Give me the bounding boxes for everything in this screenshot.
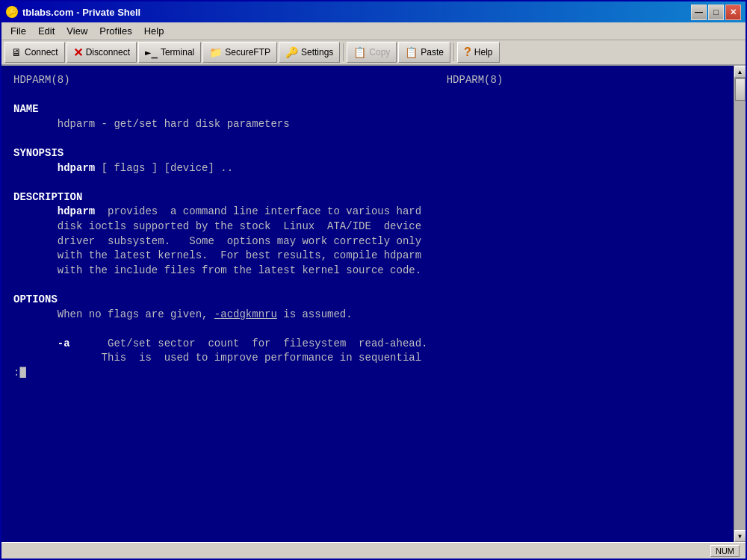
settings-icon: 🔑 xyxy=(285,46,298,58)
menu-file[interactable]: File xyxy=(4,24,32,38)
disconnect-button[interactable]: ✕ Disconnect xyxy=(66,42,137,63)
terminal-prompt-line: :█ xyxy=(13,366,722,381)
connect-button[interactable]: 🖥 Connect xyxy=(4,42,65,63)
connect-label: Connect xyxy=(25,47,58,57)
title-bar: 🔑 tblabs.com - Private Shell — □ ✕ xyxy=(1,1,746,22)
content-area: HDPARM(8) HDPARM(8) NAME hdparm - get/se… xyxy=(1,66,746,542)
terminal-line xyxy=(13,175,722,190)
terminal[interactable]: HDPARM(8) HDPARM(8) NAME hdparm - get/se… xyxy=(1,66,734,542)
terminal-line xyxy=(13,131,722,146)
disconnect-icon: ✕ xyxy=(73,46,83,60)
terminal-line: driver subsystem. Some options may work … xyxy=(13,234,722,249)
title-bar-left: 🔑 tblabs.com - Private Shell xyxy=(6,6,140,18)
terminal-section-name: NAME xyxy=(13,102,722,117)
connect-icon: 🖥 xyxy=(11,46,22,58)
toolbar-separator-1 xyxy=(343,43,344,61)
secureftp-icon: 📁 xyxy=(209,46,222,58)
terminal-section-description: DESCRIPTION xyxy=(13,190,722,205)
terminal-line: hdparm [ flags ] [device] .. xyxy=(13,161,722,176)
toolbar: 🖥 Connect ✕ Disconnect ►_ Terminal 📁 Sec… xyxy=(1,40,746,66)
terminal-line xyxy=(13,278,722,293)
copy-icon: 📋 xyxy=(353,46,366,58)
secureftp-label: SecureFTP xyxy=(225,47,270,57)
toolbar-separator-2 xyxy=(453,43,454,61)
disconnect-label: Disconnect xyxy=(86,47,130,57)
paste-button[interactable]: 📋 Paste xyxy=(398,42,450,63)
menu-profiles[interactable]: Profiles xyxy=(93,24,137,38)
menu-help[interactable]: Help xyxy=(138,24,170,38)
scroll-track[interactable] xyxy=(734,78,746,530)
scroll-thumb[interactable] xyxy=(735,78,746,101)
menu-edit[interactable]: Edit xyxy=(32,24,61,38)
settings-label: Settings xyxy=(301,47,333,57)
paste-label: Paste xyxy=(421,47,444,57)
terminal-label: Terminal xyxy=(161,47,194,57)
help-label: Help xyxy=(474,47,493,57)
app-icon: 🔑 xyxy=(6,6,18,18)
help-button[interactable]: ? Help xyxy=(457,42,499,63)
main-window: 🔑 tblabs.com - Private Shell — □ ✕ File … xyxy=(0,0,747,560)
terminal-line: When no flags are given, -acdgkmnru is a… xyxy=(13,308,722,323)
scrollbar[interactable]: ▲ ▼ xyxy=(734,66,746,542)
secureftp-button[interactable]: 📁 SecureFTP xyxy=(202,42,277,63)
terminal-line: This is used to improve performance in s… xyxy=(13,351,722,366)
terminal-section-options: OPTIONS xyxy=(13,293,722,308)
terminal-button[interactable]: ►_ Terminal xyxy=(138,42,201,63)
copy-label: Copy xyxy=(369,47,390,57)
terminal-section-synopsis: SYNOPSIS xyxy=(13,146,722,161)
terminal-line: with the include files from the latest k… xyxy=(13,264,722,279)
scroll-up-button[interactable]: ▲ xyxy=(734,66,746,78)
paste-icon: 📋 xyxy=(405,46,418,58)
window-title: tblabs.com - Private Shell xyxy=(22,7,140,18)
copy-button[interactable]: 📋 Copy xyxy=(347,42,397,63)
terminal-line: HDPARM(8) HDPARM(8) xyxy=(13,73,722,88)
window-controls: — □ ✕ xyxy=(691,4,741,20)
terminal-icon: ►_ xyxy=(145,46,158,58)
maximize-button[interactable]: □ xyxy=(708,4,724,20)
num-lock-badge: NUM xyxy=(710,545,740,557)
settings-button[interactable]: 🔑 Settings xyxy=(279,42,340,63)
terminal-line: hdparm provides a command line interface… xyxy=(13,205,722,220)
terminal-line: -a Get/set sector count for filesystem r… xyxy=(13,337,722,352)
minimize-button[interactable]: — xyxy=(691,4,707,20)
terminal-line xyxy=(13,322,722,337)
close-button[interactable]: ✕ xyxy=(725,4,741,20)
terminal-line: disk ioctls supported by the stock Linux… xyxy=(13,220,722,234)
status-right: NUM xyxy=(710,545,740,557)
help-icon: ? xyxy=(464,46,471,59)
terminal-line: with the latest kernels. For best result… xyxy=(13,249,722,264)
terminal-line: hdparm - get/set hard disk parameters xyxy=(13,117,722,132)
scroll-down-button[interactable]: ▼ xyxy=(734,530,746,542)
menu-view[interactable]: View xyxy=(61,24,93,38)
menu-bar: File Edit View Profiles Help xyxy=(1,22,746,40)
terminal-line xyxy=(13,88,722,103)
status-bar: NUM xyxy=(1,542,746,559)
